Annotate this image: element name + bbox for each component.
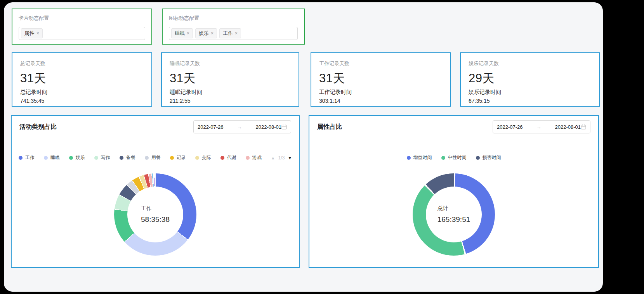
legend-label: 交际 [202, 154, 211, 161]
legend-dot-icon [195, 156, 199, 160]
legend-label: 睡眠 [50, 154, 60, 161]
legend-item[interactable]: 工作 [19, 154, 35, 161]
legend-item[interactable]: 损害时间 [476, 154, 501, 161]
legend-label: 用餐 [151, 154, 161, 161]
stat-days-value: 29天 [469, 70, 591, 86]
icon-config-multiselect-input[interactable]: 睡眠 × 娱乐 × 工作 × [169, 27, 298, 40]
legend-item[interactable]: 睡眠 [44, 154, 60, 161]
stat-days-value: 31天 [319, 70, 443, 86]
stat-time-label: 娱乐记录时间 [469, 89, 591, 96]
stat-card-work-days: 工作记录天数 31天 工作记录时间 303:1:14 [311, 52, 451, 107]
legend-item[interactable]: 娱乐 [69, 154, 85, 161]
legend-item[interactable]: 中性时间 [441, 154, 467, 161]
chart-legend: 增益时间中性时间损害时间 [407, 154, 501, 161]
donut-center-value: 58:35:38 [141, 215, 170, 224]
stat-time-value: 741:35:45 [20, 98, 144, 104]
tag-remove-icon[interactable]: × [235, 31, 238, 36]
selected-tag: 属性 × [21, 28, 43, 38]
legend-item[interactable]: 记录 [170, 154, 186, 161]
selected-tag: 工作 × [219, 28, 241, 38]
legend-item[interactable]: 备餐 [120, 154, 135, 161]
stat-time-value: 67:35:15 [469, 98, 591, 104]
date-range-end[interactable]: 2022-08-01 [555, 124, 581, 130]
legend-item[interactable]: 交际 [195, 154, 211, 161]
icon-dynamic-config-panel: 图标动态配置 睡眠 × 娱乐 × 工作 × [162, 9, 305, 45]
chart-legend: 工作睡眠娱乐写作备餐用餐记录交际代谢游戏 [19, 154, 262, 161]
attribute-share-chart-panel: 属性占比 2022-07-26 → 2022-08-01 增益时间中性时间损害时… [309, 115, 599, 268]
donut-center-label: 工作 [141, 205, 170, 212]
legend-dot-icon [170, 156, 174, 160]
legend-label: 游戏 [252, 154, 262, 161]
stat-time-label: 总记录时间 [20, 89, 144, 96]
card-dynamic-config-panel: 卡片动态配置 属性 × [12, 9, 152, 45]
stat-card-entertainment-days: 娱乐记录天数 29天 娱乐记录时间 67:35:15 [460, 52, 600, 107]
tag-label: 睡眠 [175, 30, 185, 37]
tag-remove-icon[interactable]: × [211, 31, 214, 36]
date-range-picker[interactable]: 2022-07-26 → 2022-08-01 [193, 120, 291, 133]
legend-label: 损害时间 [483, 154, 501, 161]
legend-dot-icon [94, 156, 98, 160]
stat-time-value: 303:1:14 [319, 98, 443, 104]
date-range-start[interactable]: 2022-07-26 [198, 124, 224, 130]
legend-pager: ▲ 1/3 ▼ [271, 155, 292, 161]
stat-label: 工作记录天数 [319, 60, 443, 67]
tag-remove-icon[interactable]: × [36, 31, 39, 36]
legend-dot-icon [145, 156, 149, 160]
date-range-picker[interactable]: 2022-07-26 → 2022-08-01 [493, 120, 590, 133]
stat-card-total-days: 总记录天数 31天 总记录时间 741:35:45 [12, 52, 152, 107]
chart-title: 属性占比 [317, 123, 342, 131]
selected-tag: 娱乐 × [195, 28, 217, 38]
config-panel-label: 图标动态配置 [169, 15, 298, 22]
tag-label: 属性 [24, 30, 35, 37]
calendar-icon [581, 124, 586, 130]
donut-center: 工作 58:35:38 [127, 187, 183, 242]
stat-days-value: 31天 [170, 70, 291, 86]
date-range-arrow-icon: → [528, 124, 550, 130]
legend-item[interactable]: 增益时间 [407, 154, 432, 161]
legend-label: 娱乐 [76, 154, 85, 161]
stat-time-label: 工作记录时间 [319, 89, 443, 96]
stat-time-value: 211:2:55 [170, 98, 291, 104]
legend-page-down-icon[interactable]: ▼ [288, 156, 292, 160]
legend-dot-icon [69, 156, 73, 160]
dashboard-page: 卡片动态配置 属性 × 图标动态配置 睡眠 × 娱乐 × 工作 × 总 [4, 2, 603, 292]
legend-label: 增益时间 [413, 154, 432, 161]
legend-label: 记录 [177, 154, 186, 161]
legend-label: 代谢 [227, 154, 236, 161]
legend-label: 工作 [25, 154, 35, 161]
legend-dot-icon [19, 156, 23, 160]
chart-header: 活动类别占比 2022-07-26 → 2022-08-01 [12, 116, 299, 138]
legend-dot-icon [407, 156, 411, 160]
date-range-arrow-icon: → [229, 124, 250, 130]
card-config-multiselect-input[interactable]: 属性 × [19, 27, 145, 40]
legend-item[interactable]: 写作 [94, 154, 110, 161]
chart-header: 属性占比 2022-07-26 → 2022-08-01 [309, 116, 598, 138]
legend-item[interactable]: 代谢 [220, 154, 236, 161]
chart-title: 活动类别占比 [19, 123, 57, 131]
legend-label: 写作 [101, 154, 110, 161]
legend-page-up-icon[interactable]: ▲ [271, 156, 275, 160]
tag-remove-icon[interactable]: × [187, 31, 189, 36]
donut-center-value: 165:39:51 [437, 215, 470, 224]
legend-item[interactable]: 用餐 [145, 154, 161, 161]
legend-item[interactable]: 游戏 [246, 154, 262, 161]
date-range-end[interactable]: 2022-08-01 [256, 124, 282, 130]
chart-legend-row: 工作睡眠娱乐写作备餐用餐记录交际代谢游戏 ▲ 1/3 ▼ [12, 154, 299, 161]
legend-dot-icon [120, 156, 123, 160]
legend-dot-icon [44, 156, 48, 160]
legend-label: 中性时间 [448, 154, 467, 161]
attribute-donut-chart[interactable]: 总计 165:39:51 [413, 173, 495, 256]
config-panel-label: 卡片动态配置 [19, 15, 145, 22]
activity-donut-chart[interactable]: 工作 58:35:38 [114, 173, 196, 256]
activity-category-chart-panel: 活动类别占比 2022-07-26 → 2022-08-01 工作睡眠娱乐写作备… [11, 115, 300, 268]
stat-time-label: 睡眠记录时间 [170, 89, 291, 96]
legend-dot-icon [220, 156, 224, 160]
chart-legend-row: 增益时间中性时间损害时间 [309, 154, 598, 161]
donut-center: 总计 165:39:51 [426, 187, 482, 242]
stat-label: 娱乐记录天数 [469, 60, 591, 67]
date-range-start[interactable]: 2022-07-26 [497, 124, 523, 130]
stat-label: 总记录天数 [20, 60, 144, 67]
legend-dot-icon [246, 156, 250, 160]
selected-tag: 睡眠 × [171, 28, 193, 38]
tag-label: 工作 [223, 30, 233, 37]
